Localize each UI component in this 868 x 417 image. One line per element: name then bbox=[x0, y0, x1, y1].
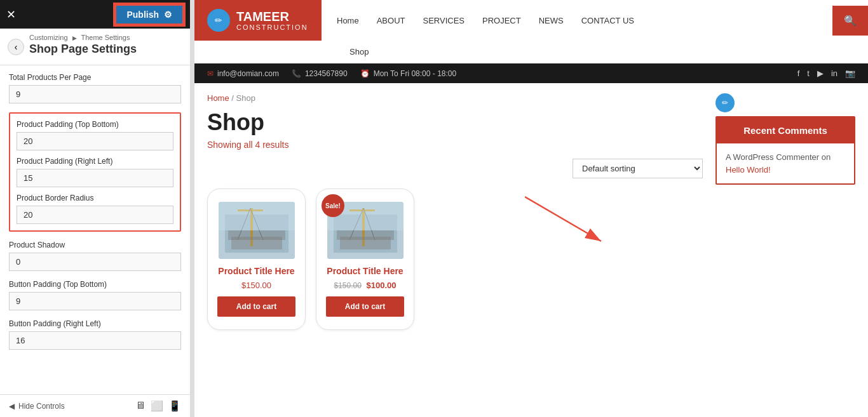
product-card-1: Product Title Here $150.00 Add to cart bbox=[207, 189, 306, 330]
phone-icon: 📞 bbox=[292, 69, 301, 78]
hide-controls-button[interactable]: ◀ Hide Controls bbox=[9, 402, 65, 411]
padding-top-bottom-label: Product Padding (Top Bottom) bbox=[17, 120, 173, 129]
info-phone: 📞 1234567890 bbox=[292, 69, 348, 78]
product-card-2: Sale! P bbox=[316, 189, 414, 330]
desktop-icon[interactable]: 🖥 bbox=[135, 400, 146, 412]
padding-top-bottom-input[interactable] bbox=[17, 132, 173, 150]
youtube-icon[interactable]: ▶ bbox=[817, 69, 824, 78]
button-padding-tb-label: Button Padding (Top Bottom) bbox=[9, 280, 181, 289]
nav-second-row: Shop bbox=[194, 41, 868, 63]
breadcrumb-separator: / bbox=[231, 93, 236, 103]
email-text: info@domian.com bbox=[217, 69, 279, 78]
comment-link[interactable]: Hello World! bbox=[726, 165, 771, 175]
search-button[interactable]: 🔍 bbox=[832, 6, 868, 36]
shop-title: Shop bbox=[207, 109, 703, 136]
nav-services[interactable]: SERVICES bbox=[414, 6, 473, 36]
total-products-field: Total Products Per Page bbox=[9, 73, 181, 103]
facebook-icon[interactable]: f bbox=[797, 69, 800, 78]
publish-label: Publish bbox=[126, 10, 159, 20]
settings-scroll: Total Products Per Page Product Padding … bbox=[0, 65, 190, 394]
padding-border-group: Product Padding (Top Bottom) Product Pad… bbox=[9, 112, 181, 232]
border-radius-field: Product Border Radius bbox=[17, 194, 173, 224]
gear-icon: ⚙ bbox=[164, 10, 172, 20]
product-price-2: $150.00 $100.00 bbox=[326, 281, 404, 290]
info-left: ✉ info@domian.com 📞 1234567890 ⏰ Mon To … bbox=[207, 69, 456, 78]
logo-area: ✏ TAMEER CONSTRUCTION bbox=[194, 0, 322, 41]
sort-select[interactable]: Default sorting Sort by popularity Sort … bbox=[573, 159, 703, 178]
twitter-icon[interactable]: t bbox=[807, 69, 810, 78]
product-grid: Product Title Here $150.00 Add to cart S… bbox=[207, 189, 703, 330]
product-shadow-label: Product Shadow bbox=[9, 241, 181, 249]
nav-news[interactable]: NEWS bbox=[530, 6, 573, 36]
publish-button[interactable]: Publish ⚙ bbox=[115, 4, 184, 25]
close-button[interactable]: ✕ bbox=[6, 9, 16, 20]
bottom-bar: ◀ Hide Controls 🖥 ⬜ 📱 bbox=[0, 394, 190, 417]
product-title-1: Product Title Here bbox=[217, 265, 295, 277]
svg-rect-8 bbox=[219, 202, 295, 230]
comment-on: on bbox=[822, 152, 831, 162]
add-to-cart-2[interactable]: Add to cart bbox=[326, 296, 404, 317]
mobile-icon[interactable]: 📱 bbox=[168, 400, 181, 412]
back-button[interactable]: ‹ bbox=[8, 39, 24, 55]
nav-project[interactable]: PROJECT bbox=[473, 6, 530, 36]
product-image-1 bbox=[219, 202, 295, 259]
product-price-new: $100.00 bbox=[367, 281, 397, 290]
product-shadow-field: Product Shadow bbox=[9, 241, 181, 271]
logo-edit-circle[interactable]: ✏ bbox=[207, 9, 230, 32]
main-nav: Home ABOUT SERVICES PROJECT NEWS CONTACT… bbox=[322, 6, 832, 36]
padding-right-left-field: Product Padding (Right Left) bbox=[17, 157, 173, 187]
shop-sidebar: ✏ Recent Comments A WordPress Commenter … bbox=[715, 93, 855, 330]
button-padding-rl-label: Button Padding (Right Left) bbox=[9, 319, 181, 328]
button-padding-rl-field: Button Padding (Right Left) bbox=[9, 319, 181, 350]
info-bar: ✉ info@domian.com 📞 1234567890 ⏰ Mon To … bbox=[194, 63, 868, 83]
logo-sub-text: CONSTRUCTION bbox=[236, 23, 308, 31]
recent-comments-box: Recent Comments A WordPress Commenter on… bbox=[715, 116, 855, 185]
site-header: ✏ TAMEER CONSTRUCTION Home ABOUT SERVICE… bbox=[194, 0, 868, 63]
breadcrumb: Customizing ▶ Theme Settings bbox=[29, 34, 137, 41]
preview-panel: ✏ TAMEER CONSTRUCTION Home ABOUT SERVICE… bbox=[194, 0, 868, 417]
nav-about[interactable]: ABOUT bbox=[368, 6, 414, 36]
breadcrumb-home-link[interactable]: Home bbox=[207, 93, 229, 103]
product-price-old: $150.00 bbox=[334, 281, 361, 290]
padding-right-left-input[interactable] bbox=[17, 169, 173, 187]
info-email: ✉ info@domian.com bbox=[207, 69, 279, 78]
nav-home[interactable]: Home bbox=[328, 6, 368, 36]
product-shadow-input[interactable] bbox=[9, 253, 181, 271]
total-products-input[interactable] bbox=[9, 85, 181, 103]
hours-text: Mon To Fri 08:00 - 18:00 bbox=[374, 69, 457, 78]
clock-icon: ⏰ bbox=[360, 69, 370, 78]
border-radius-input[interactable] bbox=[17, 206, 173, 224]
nav-contact[interactable]: CONTACT US bbox=[573, 6, 643, 36]
breadcrumb-current: Shop bbox=[236, 93, 255, 103]
border-radius-label: Product Border Radius bbox=[17, 194, 173, 202]
linkedin-icon[interactable]: in bbox=[831, 69, 837, 78]
button-padding-tb-input[interactable] bbox=[9, 292, 181, 310]
shop-results: Showing all 4 results bbox=[207, 140, 703, 150]
shop-content: Home / Shop Shop Showing all 4 results D… bbox=[194, 83, 868, 340]
recent-comments-title: Recent Comments bbox=[717, 117, 854, 143]
padding-top-bottom-field: Product Padding (Top Bottom) bbox=[17, 120, 173, 150]
top-bar: ✕ Publish ⚙ bbox=[0, 0, 190, 29]
padding-right-left-label: Product Padding (Right Left) bbox=[17, 157, 173, 166]
page-title: Shop Page Settings bbox=[29, 41, 137, 60]
sale-badge: Sale! bbox=[322, 194, 344, 217]
nav-shop[interactable]: Shop bbox=[341, 47, 377, 56]
sidebar-edit-circle[interactable]: ✏ bbox=[715, 93, 735, 112]
customizer-panel: ✕ Publish ⚙ ‹ Customizing ▶ Theme Settin… bbox=[0, 0, 191, 417]
device-switcher: 🖥 ⬜ 📱 bbox=[135, 400, 181, 412]
sort-row: Default sorting Sort by popularity Sort … bbox=[207, 159, 703, 178]
search-icon: 🔍 bbox=[844, 15, 857, 26]
recent-comments-body: A WordPress Commenter on Hello World! bbox=[717, 143, 854, 183]
header-top: ✏ TAMEER CONSTRUCTION Home ABOUT SERVICE… bbox=[194, 0, 868, 41]
shop-main: Home / Shop Shop Showing all 4 results D… bbox=[207, 93, 703, 330]
instagram-icon[interactable]: 📷 bbox=[845, 69, 855, 78]
social-icons: f t ▶ in 📷 bbox=[797, 69, 855, 78]
tablet-icon[interactable]: ⬜ bbox=[151, 400, 163, 412]
total-products-label: Total Products Per Page bbox=[9, 73, 181, 82]
info-hours: ⏰ Mon To Fri 08:00 - 18:00 bbox=[360, 69, 457, 78]
product-title-2: Product Title Here bbox=[326, 265, 404, 277]
phone-text: 1234567890 bbox=[305, 69, 348, 78]
logo-main-text: TAMEER bbox=[236, 10, 308, 23]
add-to-cart-1[interactable]: Add to cart bbox=[217, 296, 295, 317]
button-padding-rl-input[interactable] bbox=[9, 331, 181, 350]
